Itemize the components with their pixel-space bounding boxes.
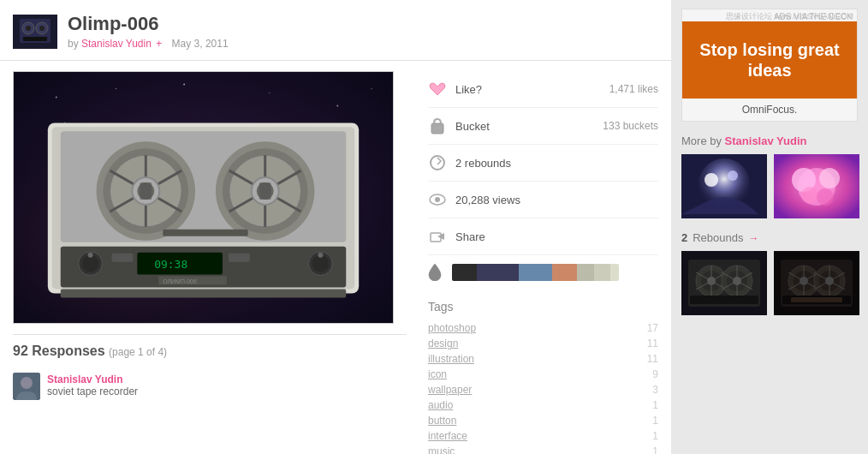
svg-text:09:38: 09:38: [154, 258, 187, 271]
shot-image: 09:38 ОЛИМП-006: [13, 71, 394, 324]
svg-point-12: [269, 93, 271, 94]
tag-name[interactable]: design: [428, 338, 458, 349]
more-by-label: More by: [681, 134, 722, 147]
svg-rect-29: [140, 182, 152, 200]
svg-rect-102: [791, 297, 842, 302]
like-count: 1,471 likes: [609, 83, 658, 95]
rebounds-arrow: →: [749, 232, 759, 244]
bucket-label[interactable]: Bucket: [455, 120, 603, 133]
right-sidebar: ADS VIA THE DECK Stop losing great ideas…: [671, 0, 868, 454]
tag-name[interactable]: icon: [428, 368, 447, 380]
tag-count: 17: [647, 322, 658, 334]
rebounds-grid: [681, 251, 858, 315]
palette-colors: [452, 264, 619, 281]
svg-point-13: [336, 105, 338, 107]
svg-rect-49: [111, 254, 133, 262]
tag-name[interactable]: photoshop: [428, 322, 476, 334]
tag-name[interactable]: illustration: [428, 353, 474, 365]
author-link[interactable]: Stanislav Yudin: [81, 38, 152, 50]
rebound-thumb-1[interactable]: [681, 251, 767, 315]
rebounds-row: 2 rebounds: [428, 145, 658, 182]
tag-row: audio1: [428, 397, 658, 413]
thumbnails-grid: [681, 154, 858, 218]
tag-name[interactable]: audio: [428, 399, 453, 411]
svg-point-64: [728, 170, 738, 181]
bucket-count: 133 buckets: [603, 120, 658, 132]
sidebar-inner: ADS VIA THE DECK Stop losing great ideas…: [681, 9, 858, 315]
svg-point-79: [707, 277, 716, 285]
tag-row: photoshop17: [428, 320, 658, 336]
tags-list: photoshop17design11illustration11icon9wa…: [428, 320, 658, 454]
tag-row: music1: [428, 444, 658, 454]
responses-count: 92 Responses: [13, 343, 105, 358]
shot-meta: by Stanislav Yudin + May 3, 2011: [68, 38, 658, 50]
views-label: 20,288 views: [455, 194, 658, 206]
tag-count: 1: [652, 430, 658, 442]
comment-item: Stanislav Yudin soviet tape recorder: [13, 366, 407, 400]
svg-point-59: [435, 197, 440, 202]
ad-image[interactable]: Stop losing great ideas: [682, 21, 857, 99]
tag-row: design11: [428, 336, 658, 351]
svg-point-43: [88, 253, 93, 258]
tag-row: icon9: [428, 367, 658, 382]
svg-point-9: [56, 97, 57, 99]
responses-section: 92 Responses (page 1 of 4): [13, 334, 407, 407]
tag-name[interactable]: wallpaper: [428, 384, 472, 396]
comment-avatar: [13, 373, 40, 400]
svg-point-11: [183, 84, 185, 86]
rebounds-label-text: Rebounds: [693, 231, 743, 244]
svg-point-70: [801, 187, 818, 204]
svg-point-71: [817, 188, 834, 206]
bucket-row: Bucket 133 buckets: [428, 108, 658, 145]
palette-row: [428, 255, 658, 290]
tag-count: 1: [652, 399, 658, 411]
tag-row: button1: [428, 413, 658, 428]
ad-link[interactable]: OmniFocus.: [682, 99, 857, 121]
tag-count: 1: [652, 415, 658, 427]
tag-count: 3: [652, 384, 658, 396]
share-icon: [428, 227, 447, 246]
tag-name[interactable]: interface: [428, 430, 467, 442]
rebounds-title: 2 Rebounds →: [681, 231, 858, 244]
more-by-section: More by Stanislav Yudin: [681, 134, 858, 218]
comment-text: soviet tape recorder: [47, 385, 407, 397]
tag-name[interactable]: music: [428, 445, 455, 454]
share-row: Share: [428, 218, 658, 255]
watermark: 思缘设计论坛 www.MISSYUAN.COM: [726, 11, 853, 22]
svg-point-5: [39, 26, 45, 31]
more-by-thumb-2[interactable]: [774, 154, 859, 218]
shot-thumbnail-small: [13, 15, 57, 49]
views-icon: [428, 190, 447, 209]
like-label[interactable]: Like?: [455, 83, 609, 96]
svg-rect-39: [163, 230, 248, 236]
svg-rect-53: [61, 290, 346, 298]
palette-icon: [428, 264, 443, 281]
svg-text:ОЛИМП-006: ОЛИМП-006: [163, 278, 197, 284]
tag-count: 11: [647, 353, 658, 365]
more-by-thumb-1[interactable]: [681, 154, 767, 218]
ad-area: ADS VIA THE DECK Stop losing great ideas…: [681, 9, 858, 122]
rebound-icon: [428, 153, 447, 172]
rebounds-section: 2 Rebounds →: [681, 231, 858, 315]
ad-link-text[interactable]: OmniFocus.: [742, 104, 798, 116]
svg-point-100: [825, 277, 834, 285]
svg-rect-86: [690, 296, 758, 304]
post-date: May 3, 2011: [172, 38, 229, 50]
tag-count: 9: [652, 368, 658, 380]
shot-title: Olimp-006: [68, 13, 658, 35]
ad-headline: Stop losing great ideas: [682, 31, 857, 89]
svg-point-55: [21, 377, 33, 389]
tag-row: wallpaper3: [428, 382, 658, 397]
rebounds-count: 2: [681, 231, 687, 244]
more-by-author[interactable]: Stanislav Yudin: [725, 134, 807, 147]
svg-point-3: [26, 26, 31, 31]
tag-name[interactable]: button: [428, 415, 456, 427]
views-row: 20,288 views: [428, 182, 658, 218]
heart-icon: [428, 80, 447, 99]
comment-author[interactable]: Stanislav Yudin: [47, 373, 122, 385]
share-label[interactable]: Share: [455, 230, 658, 243]
more-by-title: More by Stanislav Yudin: [681, 134, 858, 147]
tag-count: 1: [652, 445, 658, 454]
svg-rect-38: [259, 182, 271, 200]
rebound-thumb-2[interactable]: [774, 251, 859, 315]
